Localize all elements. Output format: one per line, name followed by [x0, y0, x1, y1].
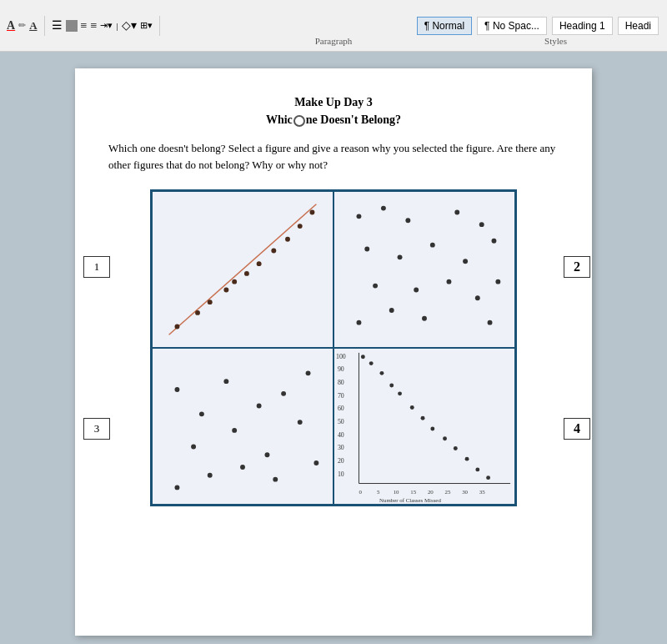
svg-point-78: [465, 457, 469, 461]
figure-label-3: 3: [83, 418, 110, 440]
figure-label-4: 4: [564, 418, 590, 440]
svg-text:5: 5: [377, 489, 380, 495]
outdent-icon[interactable]: |: [116, 21, 118, 31]
svg-point-79: [475, 467, 479, 471]
svg-point-42: [273, 477, 278, 482]
border-icon[interactable]: ⊞▾: [140, 20, 153, 31]
svg-point-7: [257, 261, 262, 266]
svg-point-21: [463, 259, 468, 264]
svg-point-27: [422, 316, 427, 321]
svg-point-44: [313, 460, 318, 465]
align-left-icon[interactable]: ☰: [52, 18, 63, 33]
figure-2: [334, 191, 515, 348]
paragraph-label: Paragraph: [315, 36, 353, 46]
svg-point-23: [414, 288, 419, 293]
svg-text:10: 10: [338, 470, 344, 478]
style-heading1-btn[interactable]: Heading 1: [552, 17, 613, 35]
svg-point-20: [430, 243, 435, 248]
svg-point-8: [271, 249, 276, 254]
svg-point-14: [405, 218, 410, 223]
svg-text:60: 60: [338, 405, 344, 412]
style-heading2-btn[interactable]: Headi: [618, 17, 659, 35]
svg-point-19: [398, 254, 403, 259]
style-normal-btn[interactable]: ¶ Normal: [417, 17, 472, 35]
svg-point-80: [486, 475, 490, 480]
svg-point-31: [175, 387, 180, 392]
toolbar-right: ¶ Normal ¶ No Spac... Heading 1 Headi: [415, 17, 660, 35]
svg-line-0: [169, 204, 317, 335]
svg-point-2: [195, 310, 200, 315]
svg-text:25: 25: [445, 489, 451, 495]
svg-point-10: [298, 224, 303, 229]
svg-point-75: [430, 426, 434, 430]
figure-3: [152, 348, 334, 505]
figures-grid: 100 90 80 70 60 50 40 30 20 10 0 5 10: [150, 189, 517, 506]
figure-1: [152, 191, 334, 348]
svg-point-69: [369, 361, 374, 365]
figure-4: 100 90 80 70 60 50 40 30 20 10 0 5 10: [334, 348, 515, 505]
svg-point-71: [389, 384, 394, 388]
svg-text:30: 30: [462, 489, 468, 495]
svg-point-29: [357, 320, 362, 325]
svg-point-73: [410, 405, 414, 410]
style-no-spacing-btn[interactable]: ¶ No Spac...: [477, 17, 547, 35]
svg-point-43: [175, 485, 180, 490]
doc-instructions: Which one doesn't belong? Select a figur…: [108, 140, 559, 173]
svg-text:Number of Classes Missed: Number of Classes Missed: [379, 497, 441, 503]
svg-point-12: [357, 214, 362, 219]
svg-point-34: [257, 404, 262, 409]
svg-point-32: [199, 411, 204, 416]
figure-label-2: 2: [564, 256, 590, 278]
svg-point-5: [232, 279, 237, 284]
svg-text:100: 100: [336, 353, 346, 360]
svg-text:0: 0: [359, 489, 362, 495]
svg-text:90: 90: [338, 365, 344, 373]
color-box[interactable]: [66, 20, 78, 32]
svg-point-41: [240, 465, 245, 470]
document-page: Make Up Day 3 Whicne Doesn't Belong? Whi…: [75, 68, 592, 636]
font-a2-button[interactable]: A: [29, 19, 37, 33]
shading-icon[interactable]: ◇▾: [122, 18, 137, 33]
svg-text:35: 35: [479, 489, 485, 495]
svg-text:15: 15: [410, 489, 416, 495]
svg-point-22: [373, 284, 378, 289]
svg-point-11: [310, 210, 315, 215]
svg-point-17: [492, 239, 497, 244]
svg-point-1: [175, 325, 180, 330]
svg-text:10: 10: [394, 489, 399, 495]
svg-point-70: [379, 371, 384, 375]
styles-label: Styles: [544, 36, 567, 46]
svg-point-30: [495, 279, 500, 284]
svg-point-6: [244, 271, 249, 276]
indent-icon[interactable]: ⇥▾: [100, 20, 113, 31]
svg-point-15: [454, 210, 459, 215]
toolbar: A ✏ A ☰ ≡ ≡ ⇥▾ | ◇▾ ⊞▾ ¶ Normal ¶ No Spa…: [0, 0, 667, 52]
doc-title: Make Up Day 3 Whicne Doesn't Belong?: [108, 93, 559, 128]
svg-point-35: [281, 391, 286, 396]
svg-text:20: 20: [338, 457, 344, 465]
svg-point-25: [475, 295, 480, 300]
align-center-icon[interactable]: ≡: [81, 19, 88, 33]
svg-point-37: [232, 428, 237, 433]
pencil-icon[interactable]: ✏: [18, 20, 26, 31]
svg-point-36: [191, 445, 196, 450]
svg-point-4: [223, 288, 228, 293]
svg-text:30: 30: [338, 444, 344, 451]
svg-point-3: [208, 299, 213, 304]
svg-point-38: [265, 452, 270, 457]
svg-point-76: [443, 436, 447, 440]
svg-text:40: 40: [338, 431, 344, 439]
svg-point-33: [223, 379, 228, 384]
svg-point-74: [421, 416, 425, 420]
svg-point-68: [361, 355, 365, 359]
svg-point-18: [364, 247, 369, 252]
align-right-icon[interactable]: ≡: [90, 19, 97, 33]
svg-point-39: [298, 420, 303, 425]
svg-point-24: [447, 279, 452, 284]
figures-container: 1 3 2 4: [108, 189, 559, 506]
toolbar-left: A ✏ A ☰ ≡ ≡ ⇥▾ | ◇▾ ⊞▾: [7, 16, 415, 36]
svg-point-16: [479, 222, 484, 227]
font-a-button[interactable]: A: [7, 19, 15, 33]
svg-text:70: 70: [338, 392, 344, 400]
svg-point-13: [381, 206, 386, 211]
